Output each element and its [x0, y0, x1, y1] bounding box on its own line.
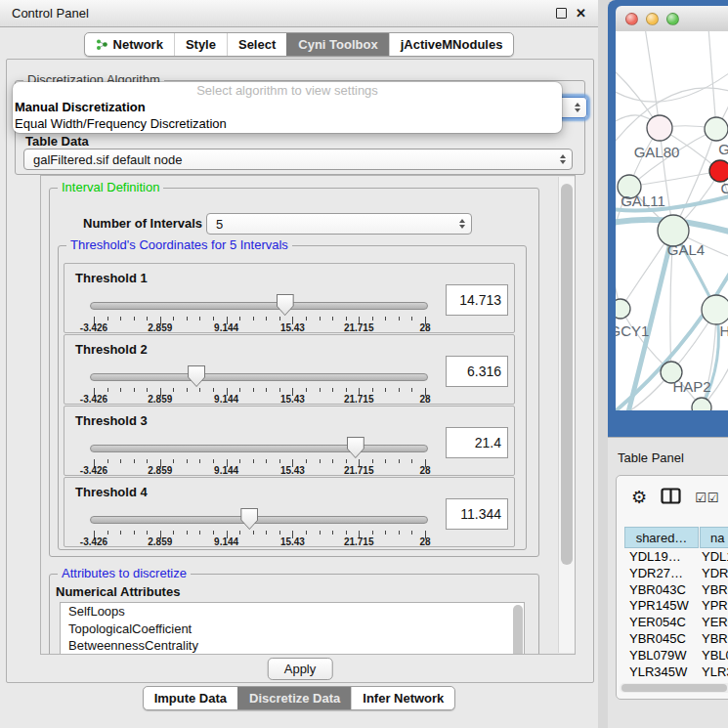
cyni-toolbox-panel: Discretization Algorithm Table Data galF…	[6, 59, 594, 683]
table-toolbar: ⚙ ☑☑	[617, 476, 728, 519]
tab-select[interactable]: Select	[227, 33, 286, 56]
network-node-label: GAL4	[667, 241, 705, 258]
table-header-shared[interactable]: shared…	[624, 527, 699, 548]
threshold-value-field[interactable]: 14.713	[446, 284, 508, 316]
threshold-slider-thumb[interactable]	[240, 508, 258, 530]
close-icon[interactable]: ✕	[576, 7, 586, 20]
interval-definition-group: Interval Definition Number of Intervals …	[49, 188, 539, 557]
popup-item-manual-discretization[interactable]: Manual Discretization	[13, 99, 562, 115]
attribute-list-item[interactable]: BetweennessCentrality	[61, 637, 524, 655]
traffic-light-zoom-icon[interactable]	[666, 13, 679, 25]
attributes-group-title: Attributes to discretize	[58, 566, 191, 580]
table-row[interactable]: YBR045CYBR0	[617, 631, 728, 648]
table-row[interactable]: YBR043CYBR0	[617, 582, 728, 599]
apply-button[interactable]: Apply	[268, 658, 333, 680]
slider-tick	[411, 531, 412, 535]
network-edge[interactable]	[629, 171, 720, 187]
columns-icon[interactable]	[661, 488, 681, 508]
slider-tick	[372, 388, 373, 392]
table-row[interactable]: YER054CYER0	[617, 615, 728, 631]
slider-tick	[346, 388, 347, 392]
slider-tick	[213, 317, 214, 321]
threshold-value-field[interactable]: 6.316	[446, 356, 508, 387]
slider-tick	[253, 388, 254, 392]
slider-tick	[120, 388, 121, 392]
slider-tick	[372, 459, 373, 463]
traffic-light-minimize-icon[interactable]	[646, 13, 659, 25]
slider-tick-label: 9.144	[214, 322, 238, 333]
threshold-slider-thumb[interactable]	[188, 365, 205, 387]
network-node[interactable]	[705, 117, 728, 141]
threshold-slider-thumb[interactable]	[277, 294, 294, 316]
slider-tick	[346, 531, 347, 535]
threshold-slider-track[interactable]	[90, 445, 428, 452]
checkbox-icons[interactable]: ☑☑	[695, 491, 719, 505]
settings-scrollbar-thumb[interactable]	[561, 184, 573, 565]
tab-infer-network[interactable]: Infer Network	[351, 687, 454, 709]
slider-tick-label: -3.426	[80, 322, 107, 333]
network-canvas[interactable]: GAL80GACGAL11GAL4GCY1HHAP2	[616, 31, 728, 410]
threshold-slider-track[interactable]	[90, 302, 428, 310]
threshold-slider-thumb[interactable]	[347, 437, 364, 458]
network-edge[interactable]	[616, 70, 728, 102]
table-row[interactable]: YPR145WYPR1	[617, 598, 728, 615]
tab-impute-data[interactable]: Impute Data	[144, 687, 237, 709]
threshold-value-field[interactable]: 21.4	[446, 427, 508, 458]
tab-discretize-data[interactable]: Discretize Data	[237, 687, 351, 709]
slider-tick-label: -3.426	[80, 536, 107, 547]
numerical-attributes-list[interactable]: SelfLoopsTopologicalCoefficientBetweenne…	[60, 602, 525, 655]
gear-icon[interactable]: ⚙	[631, 489, 647, 506]
network-node[interactable]	[702, 295, 728, 324]
tab-style[interactable]: Style	[174, 33, 227, 56]
number-of-intervals-combobox[interactable]: 5	[206, 213, 472, 235]
table-header-name[interactable]: na	[700, 527, 728, 548]
network-node[interactable]	[647, 115, 672, 141]
attributes-list-scrollbar[interactable]	[513, 605, 523, 655]
threshold-slider-track[interactable]	[90, 516, 428, 524]
table-row[interactable]: YDR27…YDR2	[617, 566, 728, 582]
threshold-value-field[interactable]: 11.344	[446, 498, 508, 530]
slider-tick	[187, 459, 188, 463]
slider-tick-label: 15.43	[280, 322, 305, 333]
slider-tick	[134, 459, 135, 463]
network-node[interactable]	[616, 299, 630, 319]
float-window-icon[interactable]	[556, 8, 567, 19]
numerical-attributes-label: Numerical Attributes	[56, 584, 180, 599]
table-row[interactable]: YBL079WYBL0	[617, 648, 728, 664]
table-cell-shared-name: YDL19…	[629, 549, 681, 564]
table-data-combobox[interactable]: galFiltered.sif default node	[23, 149, 573, 170]
tab-network[interactable]: Network	[85, 33, 174, 56]
tab-jactivemnodules[interactable]: jActiveMNodules	[389, 33, 514, 56]
network-icon	[96, 38, 108, 51]
slider-tick-label: 9.144	[214, 536, 238, 547]
slider-tick	[107, 459, 108, 463]
network-edge[interactable]	[708, 31, 716, 129]
tab-cyni-toolbox[interactable]: Cyni Toolbox	[286, 33, 388, 56]
slider-tick	[187, 531, 188, 535]
network-node[interactable]	[709, 160, 728, 182]
network-node-label: GA	[718, 141, 728, 157]
table-cell-name: YDL1	[702, 549, 728, 564]
slider-tick	[385, 531, 386, 535]
slider-tick	[320, 459, 321, 463]
traffic-light-close-icon[interactable]	[625, 13, 638, 25]
table-row[interactable]: YDL19…YDL1	[617, 549, 728, 566]
table-cell-shared-name: YBR045C	[629, 631, 686, 646]
table-row[interactable]: YLR345WYLR3	[617, 664, 728, 681]
table-hscrollbar-track[interactable]	[620, 683, 728, 693]
table-hscrollbar-thumb[interactable]	[621, 684, 727, 692]
network-edge[interactable]	[673, 129, 716, 231]
slider-tick	[279, 388, 280, 392]
table-data-label: Table Data	[25, 134, 89, 149]
threshold-slider-track[interactable]	[90, 373, 428, 381]
slider-tick	[385, 388, 386, 392]
attribute-list-item[interactable]: TopologicalCoefficient	[61, 621, 524, 638]
attribute-list-item[interactable]: SelfLoops	[61, 603, 524, 621]
popup-item-equal-width-frequency-discretization[interactable]: Equal Width/Frequency Discretization	[13, 115, 562, 132]
combo-stepper-icon	[569, 98, 586, 117]
slider-tick-label: 15.43	[280, 465, 305, 476]
slider-tick	[173, 317, 174, 321]
settings-scrollbar-track[interactable]	[558, 177, 575, 653]
network-edge[interactable]	[645, 31, 660, 128]
number-of-intervals-value: 5	[216, 217, 453, 232]
